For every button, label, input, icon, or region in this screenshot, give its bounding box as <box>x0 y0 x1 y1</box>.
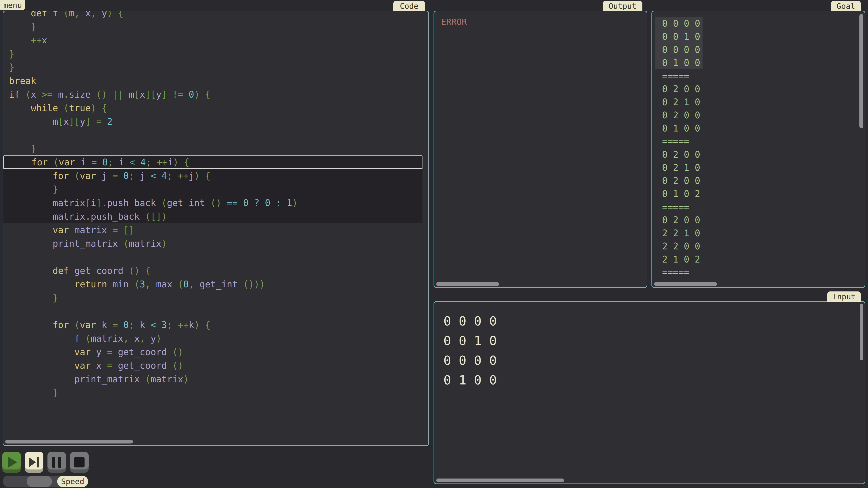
code-line <box>3 304 423 318</box>
pause-icon <box>52 457 61 468</box>
pause-button[interactable] <box>48 452 66 473</box>
play-button[interactable] <box>2 452 21 473</box>
code-line: return min (3, max (0, get_int ())) <box>3 278 423 291</box>
code-line: f (matrix, x, y) <box>3 332 423 345</box>
goal-line: 2 1 0 2 <box>652 253 865 266</box>
code-editor[interactable]: def f (m, x, y) { } ++x}}breakif (x >= m… <box>3 11 428 399</box>
input-vertical-scrollbar[interactable] <box>860 304 863 360</box>
code-line: for (var j = 0; j < 4; ++j) { <box>3 169 423 183</box>
goal-content: 0 0 0 00 0 1 00 0 0 00 1 0 0=====0 2 0 0… <box>652 17 865 279</box>
code-line: var matrix = [] <box>3 223 423 237</box>
play-icon <box>8 457 17 468</box>
goal-line: 0 2 0 0 <box>652 83 865 96</box>
code-line: break <box>3 74 423 88</box>
goal-line: 0 0 0 0 <box>652 17 865 30</box>
goal-line: 2 2 1 0 <box>652 227 865 240</box>
goal-line: 0 2 1 0 <box>652 96 865 109</box>
code-line: } <box>3 20 423 33</box>
code-line: ++x <box>3 33 423 47</box>
code-line: print_matrix (matrix) <box>3 237 423 250</box>
goal-vertical-scrollbar[interactable] <box>860 14 863 128</box>
goal-line: ===== <box>652 135 865 148</box>
tab-goal: Goal <box>831 1 861 11</box>
speed-slider-thumb[interactable] <box>27 476 52 487</box>
step-button[interactable] <box>25 452 43 473</box>
code-line: } <box>3 291 423 304</box>
code-panel[interactable]: def f (m, x, y) { } ++x}}breakif (x >= m… <box>3 11 429 446</box>
code-line: while (true) { <box>3 101 423 115</box>
goal-line: 0 1 0 0 <box>652 122 865 135</box>
code-line: } <box>3 142 423 156</box>
code-line: var x = get_coord () <box>3 359 423 372</box>
code-line: } <box>3 183 423 196</box>
code-line: def get_coord () { <box>3 264 423 278</box>
speed-label: Speed <box>57 476 88 487</box>
goal-line: 0 2 1 0 <box>652 161 865 174</box>
input-line: 0 1 0 0 <box>434 370 865 390</box>
input-editor[interactable]: 0 0 0 00 0 1 00 0 0 00 1 0 0 <box>434 311 865 390</box>
code-line: } <box>3 386 423 399</box>
code-line: for (var k = 0; k < 3; ++k) { <box>3 318 423 332</box>
goal-line: 0 1 0 0 <box>652 56 865 69</box>
code-line: } <box>3 47 423 61</box>
code-line: print_matrix (matrix) <box>3 372 423 386</box>
goal-line: 0 0 0 0 <box>652 43 865 56</box>
goal-horizontal-scrollbar[interactable] <box>654 282 717 286</box>
output-horizontal-scrollbar[interactable] <box>436 282 499 286</box>
goal-line: ===== <box>652 200 865 214</box>
tab-output: Output <box>602 1 643 11</box>
goal-line: 0 2 0 0 <box>652 174 865 187</box>
step-forward-icon <box>29 457 39 467</box>
code-line <box>3 250 423 264</box>
goal-panel: 0 0 0 00 0 1 00 0 0 00 1 0 0=====0 2 0 0… <box>651 11 865 288</box>
input-panel[interactable]: 0 0 0 00 0 1 00 0 0 00 1 0 0 <box>434 301 865 484</box>
code-line: } <box>3 61 423 74</box>
stop-icon <box>74 457 85 467</box>
stop-button[interactable] <box>70 452 89 473</box>
code-line: if (x >= m.size () || m[x][y] != 0) { <box>3 88 423 101</box>
goal-line: ===== <box>652 266 865 279</box>
goal-line: 0 2 0 0 <box>652 148 865 161</box>
goal-line: 0 0 1 0 <box>652 30 865 43</box>
goal-line: ===== <box>652 69 865 83</box>
menu-button[interactable]: menu <box>0 0 25 10</box>
goal-line: 0 2 0 0 <box>652 214 865 227</box>
goal-line: 0 2 0 0 <box>652 109 865 122</box>
code-line: var y = get_coord () <box>3 345 423 359</box>
goal-line: 0 1 0 2 <box>652 187 865 200</box>
input-line: 0 0 0 0 <box>434 311 865 331</box>
tab-code: Code <box>393 1 425 11</box>
code-line: m[x][y] = 2 <box>3 115 423 128</box>
output-error-text: ERROR <box>441 17 467 27</box>
code-line: for (var i = 0; i < 4; ++i) { <box>3 156 423 169</box>
code-horizontal-scrollbar[interactable] <box>5 440 133 444</box>
output-panel: ERROR <box>434 11 647 288</box>
goal-line: 2 2 0 0 <box>652 240 865 253</box>
code-line: def f (m, x, y) { <box>3 11 423 20</box>
input-line: 0 0 1 0 <box>434 331 865 350</box>
input-horizontal-scrollbar[interactable] <box>436 479 564 482</box>
code-line <box>3 128 423 142</box>
tab-input: Input <box>827 291 861 302</box>
code-line: matrix.push_back ([]) <box>3 210 423 223</box>
code-line: matrix[i].push_back (get_int () == 0 ? 0… <box>3 196 423 210</box>
input-line: 0 0 0 0 <box>434 350 865 370</box>
